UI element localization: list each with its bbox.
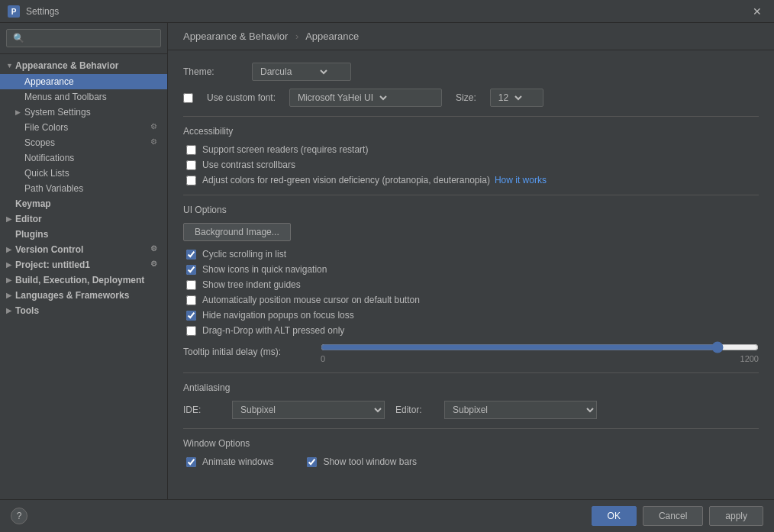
drag-drop-checkbox[interactable] [186, 326, 196, 336]
slider-values: 0 1200 [321, 354, 759, 363]
sidebar-item-appearance-behavior[interactable]: ▼ Appearance & Behavior [0, 57, 167, 74]
how-it-works-link[interactable]: How it works [495, 175, 547, 185]
ide-aa-select[interactable]: Subpixel Greyscale None [232, 401, 385, 419]
sidebar-item-label: System Settings [24, 107, 161, 118]
sidebar-item-system-settings[interactable]: ▶ System Settings [0, 105, 167, 120]
sidebar-item-path-variables[interactable]: Path Variables [0, 181, 167, 196]
cyclic-scrolling-label: Cyclic scrolling in list [202, 249, 286, 260]
search-box [0, 23, 167, 54]
cyclic-scrolling-checkbox[interactable] [186, 250, 196, 260]
show-icons-checkbox[interactable] [186, 265, 196, 275]
show-tree-indent-label: Show tree indent guides [202, 279, 301, 290]
accessibility-section-title: Accessibility [183, 126, 759, 137]
sidebar-item-keymap[interactable]: Keymap [0, 196, 167, 211]
font-dropdown[interactable]: Microsoft YaHei UI Arial [289, 89, 442, 107]
theme-dropdown[interactable]: Darcula IntelliJ High contrast [252, 63, 351, 81]
expand-arrow: ▶ [6, 261, 15, 269]
adjust-colors-row: Adjust colors for red-green vision defic… [183, 175, 759, 185]
window-options-row: Animate windows Show tool window bars [183, 456, 759, 467]
sidebar-item-tools[interactable]: ▶ Tools [0, 303, 167, 318]
sidebar-item-label: Version Control [15, 244, 150, 255]
sidebar-item-label: Plugins [15, 229, 161, 240]
sidebar-item-version-control[interactable]: ▶ Version Control ⚙ [0, 242, 167, 257]
auto-position-row: Automatically position mouse cursor on d… [183, 295, 759, 305]
animate-windows-row: Animate windows [183, 456, 273, 467]
sidebar-item-scopes[interactable]: Scopes ⚙ [0, 135, 167, 150]
slider-min: 0 [321, 354, 325, 363]
sidebar-item-label: Project: untitled1 [15, 260, 150, 270]
breadcrumb-parent: Appearance & Behavior [183, 31, 288, 42]
sidebar-item-project[interactable]: ▶ Project: untitled1 ⚙ [0, 257, 167, 272]
sidebar-item-label: Tools [15, 305, 161, 316]
expand-arrow: ▶ [6, 292, 15, 299]
slider-track [321, 340, 759, 354]
sidebar-item-notifications[interactable]: Notifications [0, 150, 167, 166]
theme-select[interactable]: Darcula IntelliJ High contrast [257, 66, 330, 78]
expand-arrow: ▼ [6, 62, 15, 69]
sidebar-item-languages-frameworks[interactable]: ▶ Languages & Frameworks [0, 288, 167, 303]
close-button[interactable]: ✕ [748, 4, 766, 19]
sidebar-item-plugins[interactable]: Plugins [0, 227, 167, 242]
settings-window: P Settings ✕ ▼ Appearance & Behavior App… [0, 0, 774, 532]
background-image-button[interactable]: Background Image... [183, 223, 291, 241]
sidebar-item-build-execution[interactable]: ▶ Build, Execution, Deployment [0, 272, 167, 288]
badge-icon: ⚙ [150, 260, 161, 270]
auto-position-label: Automatically position mouse cursor on d… [202, 295, 420, 305]
breadcrumb-separator: › [295, 31, 298, 42]
drag-drop-label: Drag-n-Drop with ALT pressed only [202, 325, 344, 336]
show-icons-row: Show icons in quick navigation [183, 264, 759, 275]
contrast-scrollbars-label: Use contrast scrollbars [202, 160, 295, 170]
show-tool-window-bars-checkbox[interactable] [307, 457, 317, 467]
theme-row: Theme: Darcula IntelliJ High contrast [183, 63, 759, 81]
sidebar-item-label: Quick Lists [24, 168, 161, 179]
cancel-button[interactable]: Cancel [643, 506, 703, 526]
editor-aa-select[interactable]: Subpixel Greyscale None [444, 401, 597, 419]
sidebar-item-editor[interactable]: ▶ Editor [0, 211, 167, 227]
show-tree-indent-checkbox[interactable] [186, 280, 196, 290]
auto-position-checkbox[interactable] [186, 295, 196, 305]
help-button[interactable]: ? [11, 508, 27, 524]
show-icons-label: Show icons in quick navigation [202, 264, 327, 275]
screen-readers-checkbox[interactable] [186, 145, 196, 155]
drag-drop-row: Drag-n-Drop with ALT pressed only [183, 325, 759, 336]
apply-button[interactable]: apply [709, 506, 763, 526]
custom-font-checkbox[interactable] [183, 93, 193, 103]
badge-icon: ⚙ [150, 137, 161, 148]
sidebar-item-file-colors[interactable]: File Colors ⚙ [0, 120, 167, 135]
expand-arrow: ▶ [6, 276, 15, 284]
expand-arrow: ▶ [6, 246, 15, 253]
sidebar-item-label: Scopes [24, 137, 150, 148]
font-select[interactable]: Microsoft YaHei UI Arial [295, 92, 389, 104]
animate-windows-checkbox[interactable] [186, 457, 196, 467]
ide-aa-label: IDE: [183, 405, 221, 415]
sidebar-item-label: Keymap [15, 198, 161, 209]
main-panel: Appearance & Behavior › Appearance Theme… [168, 23, 774, 499]
hide-nav-popups-checkbox[interactable] [186, 311, 196, 321]
contrast-scrollbars-checkbox[interactable] [186, 160, 196, 170]
search-input[interactable] [6, 29, 161, 47]
contrast-scrollbars-row: Use contrast scrollbars [183, 160, 759, 170]
expand-arrow: ▶ [15, 108, 24, 116]
settings-content: Theme: Darcula IntelliJ High contrast Us… [168, 50, 774, 499]
ok-button[interactable]: OK [592, 506, 637, 526]
size-select[interactable]: 12 10 11 13 14 [495, 92, 524, 104]
sidebar-item-label: File Colors [24, 122, 150, 133]
show-tool-window-bars-label: Show tool window bars [323, 456, 417, 467]
slider-wrapper: 0 1200 [321, 340, 759, 363]
sidebar: ▼ Appearance & Behavior Appearance Menus… [0, 23, 168, 499]
sidebar-item-label: Notifications [24, 153, 161, 163]
hide-nav-popups-row: Hide navigation popups on focus loss [183, 310, 759, 321]
screen-readers-row: Support screen readers (requires restart… [183, 144, 759, 155]
main-content: ▼ Appearance & Behavior Appearance Menus… [0, 23, 774, 499]
tooltip-slider[interactable] [321, 341, 759, 353]
breadcrumb-current: Appearance [305, 31, 359, 42]
slider-max: 1200 [740, 354, 759, 363]
sidebar-item-quick-lists[interactable]: Quick Lists [0, 166, 167, 181]
sidebar-item-label: Path Variables [24, 183, 161, 194]
show-tool-window-bars-row: Show tool window bars [304, 456, 417, 467]
adjust-colors-checkbox[interactable] [186, 176, 196, 185]
expand-arrow: ▶ [6, 215, 15, 223]
sidebar-item-menus-toolbars[interactable]: Menus and Toolbars [0, 89, 167, 105]
sidebar-item-appearance[interactable]: Appearance [0, 74, 167, 89]
size-dropdown[interactable]: 12 10 11 13 14 [490, 89, 543, 107]
